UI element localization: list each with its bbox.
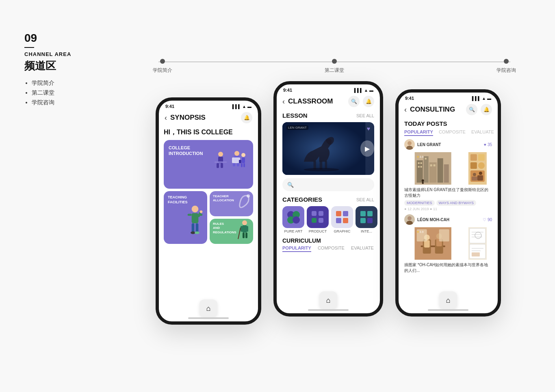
cat-label-interior: INTE...	[361, 229, 372, 233]
post-side-image-1	[463, 152, 492, 185]
tab-evaluate[interactable]: EVALUATE	[351, 246, 374, 252]
lesson-header: LESSON SEE ALL	[277, 110, 380, 121]
phone-classroom: 9:41 ▌▌▌ ▲ ▬ ‹ CLASSROOM 🔍 🔔 LESSON SEE …	[273, 81, 383, 317]
svg-rect-45	[319, 218, 323, 223]
svg-point-5	[234, 151, 239, 156]
cat-pure-art[interactable]: PURE ART	[282, 206, 304, 233]
back-button-3[interactable]: ‹	[404, 106, 407, 114]
svg-rect-69	[434, 164, 436, 166]
post-images-1: ★ 3.9	[404, 152, 492, 185]
nav-item-3[interactable]: 学院咨询	[32, 99, 106, 106]
teaching-illustration	[185, 203, 205, 244]
heart-icon-2: ♡	[483, 218, 486, 222]
svg-point-70	[422, 179, 424, 182]
svg-rect-2	[217, 163, 219, 168]
synopsis-grid: COLLEGEINTRODUCTION	[159, 140, 258, 244]
svg-rect-50	[360, 211, 366, 216]
post-header-1: LEN GRANT ♥ 35	[404, 139, 492, 150]
nav-item-1[interactable]: 学院简介	[32, 80, 106, 87]
svg-rect-77	[470, 162, 477, 169]
back-button-2[interactable]: ‹	[282, 97, 285, 106]
home-button-3[interactable]: ⌂	[439, 291, 457, 309]
home-button-1[interactable]: ⌂	[199, 299, 217, 317]
bell-icon-1[interactable]: 🔔	[241, 112, 252, 123]
phone-consulting: 9:41 ▌▌▌ ▲ ▬ ‹ CONSULTING 🔍 🔔 TODAY POST…	[395, 89, 501, 317]
page-divider	[24, 47, 34, 48]
cat-interior[interactable]: INTE...	[356, 206, 377, 233]
time-2: 9:41	[283, 88, 292, 93]
card-teacher[interactable]: TEACHERALLOCATION	[210, 191, 253, 216]
pure-art-icon	[285, 209, 301, 225]
timeline-label-3: 学院咨询	[496, 67, 516, 74]
time-3: 9:41	[405, 96, 414, 101]
artist-name: LEN GRANT	[286, 125, 308, 130]
status-icons-1: ▌▌▌ ▲ ▬	[232, 104, 251, 109]
search-icon-2[interactable]: 🔍	[348, 96, 360, 107]
svg-rect-82	[472, 177, 477, 181]
synopsis-hero: HI，THIS IS COLLEGE	[164, 128, 253, 137]
svg-point-0	[218, 152, 223, 157]
svg-rect-67	[425, 158, 427, 159]
cat-label-pure-art: PURE ART	[284, 229, 303, 233]
timeline-label-1: 学院简介	[153, 67, 172, 74]
cat-icon-product	[307, 206, 329, 228]
nav-item-2[interactable]: 第二课堂	[32, 89, 106, 97]
svg-rect-97	[439, 229, 449, 241]
tab-composite[interactable]: COMPOSITE	[318, 246, 345, 252]
svg-point-21	[191, 231, 195, 234]
bell-icon-3[interactable]: 🔔	[481, 104, 492, 115]
post-card-2[interactable]: LÉON MOH-CAH ♡ 90	[399, 214, 498, 278]
categories-grid: PURE ART PRODUCT	[277, 205, 380, 235]
card-rules[interactable]: RULESANDREGULATIONS	[210, 219, 253, 244]
ctab-evaluate[interactable]: EVALUATE	[471, 129, 494, 136]
lesson-see-all[interactable]: SEE ALL	[356, 113, 374, 118]
status-icons-2: ▌▌▌ ▲ ▬	[354, 88, 373, 93]
ctab-popularity[interactable]: POPULARITY	[404, 129, 433, 136]
phones-container: 9:41 ▌▌▌ ▲ ▬ ‹ SYNOPSIS 🔔 HI，THIS IS COL…	[118, 73, 539, 325]
tag-ways[interactable]: WAYS AND BYWAYS	[436, 200, 477, 206]
back-button-1[interactable]: ‹	[165, 114, 167, 122]
search-icon-3[interactable]: 🔍	[466, 104, 477, 115]
ctab-composite[interactable]: COMPOSITE	[439, 129, 466, 136]
video-artist-label: LEN GRANT	[286, 125, 308, 130]
post-header-2: LÉON MOH-CAH ♡ 90	[404, 214, 492, 225]
search-icon-classroom: 🔍	[287, 182, 294, 188]
bell-icon-2[interactable]: 🔔	[363, 96, 374, 107]
svg-point-22	[195, 231, 199, 234]
timeline-dot-3	[504, 59, 509, 64]
svg-point-85	[408, 216, 412, 220]
card-college-intro[interactable]: COLLEGEINTRODUCTION	[164, 140, 253, 189]
play-button[interactable]: ▶	[360, 140, 374, 157]
home-button-2[interactable]: ⌂	[319, 291, 337, 309]
phone-nav-3: ‹ CONSULTING 🔍 🔔	[399, 102, 498, 118]
svg-rect-64	[421, 162, 422, 164]
product-icon	[310, 209, 326, 225]
svg-rect-46	[336, 211, 341, 216]
tab-popularity[interactable]: POPULARITY	[282, 246, 311, 252]
post-side-image-2	[463, 227, 492, 260]
search-bar[interactable]: 🔍	[282, 178, 374, 191]
phone-nav-2: ‹ CLASSROOM 🔍 🔔	[277, 94, 380, 110]
cat-product[interactable]: PRODUCT	[307, 206, 329, 233]
left-panel: 09 CHANNEL AREA 频道区 学院简介 第二课堂 学院咨询	[24, 32, 106, 109]
time-1: 9:41	[165, 104, 174, 109]
svg-rect-11	[242, 157, 245, 163]
horse-scene	[282, 122, 360, 175]
tag-modernities[interactable]: MODERNITIES	[404, 200, 435, 206]
cat-graphic[interactable]: GRAPHIC	[331, 206, 353, 233]
video-thumbnail[interactable]: LEN GRANT ♥ ▶	[282, 122, 374, 175]
svg-rect-30	[243, 233, 245, 238]
card-teaching[interactable]: TEACHINGFACILITIES	[164, 191, 207, 244]
nav-title-1: SYNOPSIS	[170, 114, 238, 122]
timeline-dot-2	[332, 59, 337, 64]
svg-rect-29	[246, 226, 248, 232]
categories-see-all[interactable]: SEE ALL	[356, 197, 374, 202]
wifi-icon-1: ▲	[242, 104, 246, 109]
timeline: 学院简介 第二课堂 学院咨询	[138, 59, 531, 74]
cat-label-graphic: GRAPHIC	[334, 229, 350, 233]
svg-line-32	[238, 228, 241, 239]
signal-icon-1: ▌▌▌	[232, 104, 241, 109]
post-card-1[interactable]: LEN GRANT ♥ 35	[399, 139, 498, 214]
phone-bottom-1: ⌂	[159, 299, 258, 317]
svg-rect-47	[343, 211, 348, 216]
